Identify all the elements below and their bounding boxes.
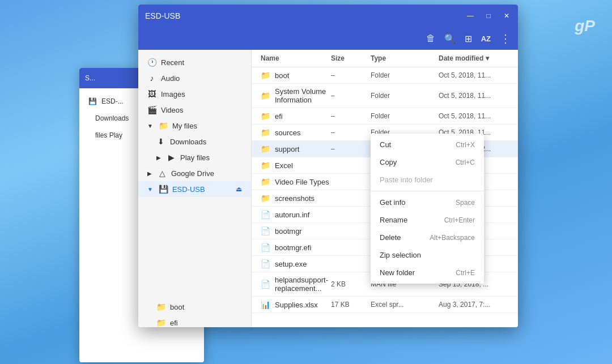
context-menu: Cut Ctrl+X Copy Ctrl+C Paste into folder… (371, 134, 484, 284)
ctx-label-delete: Delete (380, 233, 401, 242)
file-name-screenshots: 📁 screenshots (261, 194, 331, 203)
context-menu-rename[interactable]: Rename Ctrl+Enter (371, 211, 484, 229)
file-name-autorun: 📄 autorun.inf (261, 210, 331, 219)
sidebar-label-efi: efi (170, 319, 178, 327)
sidebar-item-boot[interactable]: 📁 boot (138, 299, 251, 315)
ctx-label-copy: Copy (380, 158, 397, 166)
sidebar-item-playfiles[interactable]: ▶ ▶ Play files (138, 149, 251, 165)
file-name-bootmgr: 📄 bootmgr (261, 226, 331, 235)
header-size[interactable]: Size (331, 54, 371, 62)
eject-icon[interactable]: ⏏ (236, 185, 242, 193)
file-name-efi: 📁 efi (261, 112, 331, 121)
play-icon: ▶ (167, 153, 176, 162)
header-type[interactable]: Type (371, 54, 439, 62)
file-name-videofiletypes: 📁 Video File Types (261, 177, 331, 186)
context-menu-paste: Paste into folder (371, 171, 484, 189)
file-icon: 📄 (261, 259, 270, 268)
sort-button[interactable]: AZ (481, 35, 491, 43)
sidebar-label-playfiles: Play files (180, 153, 210, 162)
context-menu-getinfo[interactable]: Get info Space (371, 194, 484, 211)
sidebar-item-images[interactable]: 🖼 Images (138, 86, 251, 102)
ctx-label-zipselection: Zip selection (380, 251, 421, 259)
main-window: ESD-USB — □ ✕ 🗑 🔍 ⊞ AZ ⋮ 🕐 Recent ♪ Audi… (138, 5, 518, 327)
ctx-label-newfolder: New folder (380, 268, 415, 277)
sidebar-item-efi[interactable]: 📁 efi (138, 315, 251, 327)
titlebar: ESD-USB — □ ✕ (138, 5, 518, 27)
folder-icon-boot: 📁 (156, 302, 165, 311)
folder-icon: 📁 (261, 71, 270, 80)
context-menu-copy[interactable]: Copy Ctrl+C (371, 153, 484, 171)
sidebar-item-downloads[interactable]: ⬇ Downloads (138, 134, 251, 149)
sidebar-label-audio: Audio (161, 74, 180, 83)
file-name-helpandsupport: 📄 helpandsupport-replacement... (261, 276, 331, 293)
file-icon: 📄 (261, 226, 270, 235)
folder-icon: 📁 (261, 161, 270, 170)
content-area: 🕐 Recent ♪ Audio 🖼 Images 🎬 Videos ▼ 📁 M… (138, 50, 518, 327)
grid-view-button[interactable]: ⊞ (465, 33, 472, 44)
minimize-button[interactable]: — (466, 12, 475, 20)
delete-button[interactable]: 🗑 (426, 33, 435, 44)
sidebar-label-boot: boot (170, 303, 184, 311)
table-row[interactable]: 📁 System Volume Information – Folder Oct… (252, 84, 518, 108)
ctx-divider-1 (371, 191, 484, 191)
chevron-down-icon-2: ▼ (147, 186, 153, 192)
context-menu-delete[interactable]: Delete Alt+Backspace (371, 229, 484, 246)
header-name[interactable]: Name (261, 54, 331, 62)
sidebar-label-videos: Videos (161, 106, 184, 114)
ctx-shortcut-newfolder: Ctrl+E (456, 269, 475, 277)
window-controls: — □ ✕ (466, 12, 511, 20)
googledrive-icon: △ (158, 169, 167, 178)
folder-icon: 📁 (261, 91, 270, 100)
sidebar-label-myfiles: My files (172, 122, 197, 130)
chevron-right-icon-2: ▶ (147, 170, 152, 177)
sidebar-label-recent: Recent (161, 58, 184, 67)
context-menu-cut[interactable]: Cut Ctrl+X (371, 136, 484, 153)
close-button[interactable]: ✕ (502, 12, 511, 20)
sidebar-item-videos[interactable]: 🎬 Videos (138, 102, 251, 118)
ctx-shortcut-getinfo: Space (456, 199, 475, 207)
sidebar-item-myfiles[interactable]: ▼ 📁 My files (138, 118, 251, 134)
file-icon: 📄 (261, 243, 270, 252)
usb-icon: 💾 (159, 185, 168, 194)
download-icon: ⬇ (156, 137, 165, 146)
ctx-shortcut-delete: Alt+Backspace (430, 234, 475, 242)
toolbar: 🗑 🔍 ⊞ AZ ⋮ (138, 27, 518, 50)
titlebar-left: ESD-USB (145, 11, 180, 20)
search-button[interactable]: 🔍 (444, 33, 456, 44)
folder-icon: 📁 (261, 177, 270, 186)
file-name-support: 📁 support (261, 144, 331, 153)
sidebar: 🕐 Recent ♪ Audio 🖼 Images 🎬 Videos ▼ 📁 M… (138, 50, 252, 327)
sidebar-label-downloads: Downloads (170, 138, 206, 146)
folder-icon: 📁 (159, 121, 168, 130)
sidebar-item-audio[interactable]: ♪ Audio (138, 70, 251, 86)
sidebar-item-recent[interactable]: 🕐 Recent (138, 54, 251, 70)
file-name-sysvolinfo: 📁 System Volume Information (261, 87, 331, 104)
table-row[interactable]: 📊 Supplies.xlsx 17 KB Excel spr... Aug 3… (252, 297, 518, 313)
ctx-shortcut-rename: Ctrl+Enter (444, 216, 475, 224)
sidebar-label-esdusb: ESD-USB (172, 185, 205, 194)
images-icon: 🖼 (147, 89, 156, 99)
header-date[interactable]: Date modified ▾ (439, 54, 509, 62)
more-options-button[interactable]: ⋮ (500, 32, 511, 45)
ctx-label-getinfo: Get info (380, 198, 406, 207)
audio-icon: ♪ (147, 74, 156, 83)
context-menu-newfolder[interactable]: New folder Ctrl+E (371, 264, 484, 281)
file-name-supplies: 📊 Supplies.xlsx (261, 300, 331, 309)
folder-icon: 📁 (261, 128, 270, 137)
context-menu-zipselection[interactable]: Zip selection (371, 246, 484, 264)
sidebar-item-esdusb[interactable]: ▼ 💾 ESD-USB ⏏ (138, 181, 251, 197)
sidebar-item-googledrive[interactable]: ▶ △ Google Drive (138, 165, 251, 181)
file-list-header: Name Size Type Date modified ▾ (252, 50, 518, 67)
file-list-area: Name Size Type Date modified ▾ 📁 boot – (252, 50, 518, 327)
folder-icon: 📁 (261, 112, 270, 121)
chevron-down-icon: ▼ (147, 123, 153, 129)
file-name-setupexe: 📄 setup.exe (261, 259, 331, 268)
table-row[interactable]: 📁 boot – Folder Oct 5, 2018, 11... (252, 67, 518, 84)
maximize-button[interactable]: □ (484, 12, 493, 20)
folder-icon: 📁 (261, 194, 270, 203)
sidebar-label-images: Images (161, 90, 185, 99)
ctx-shortcut-copy: Ctrl+C (456, 159, 475, 166)
table-row[interactable]: 📁 efi – Folder Oct 5, 2018, 11... (252, 108, 518, 125)
window-title: ESD-USB (145, 11, 180, 20)
ctx-label-rename: Rename (380, 216, 407, 224)
